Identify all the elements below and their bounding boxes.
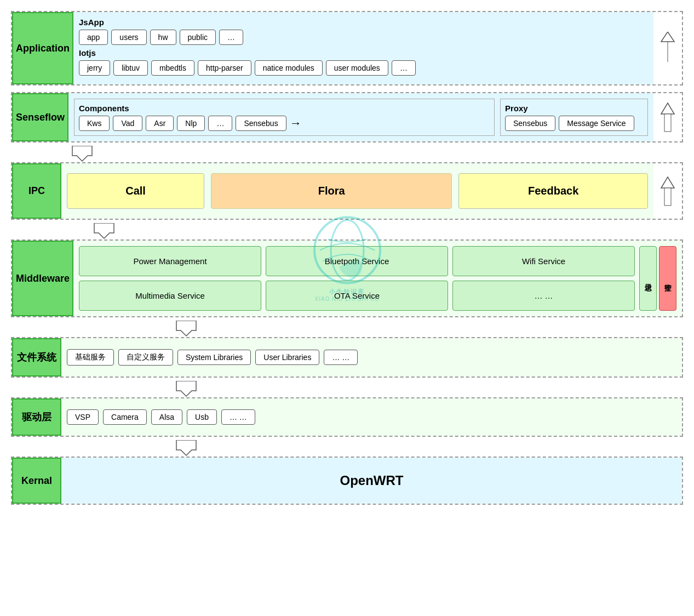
- iotjs-item-ellipsis: …: [392, 60, 416, 76]
- iotjs-section: Iotjs jerry libtuv mbedtls http-parser n…: [79, 48, 648, 76]
- senseflow-content: Components Kws Vad Asr Nlp … Sensebus → …: [68, 93, 653, 141]
- comp-sensebus: Sensebus: [236, 116, 286, 131]
- middleware-row1: Power Management Bluetpoth Service Wifi …: [79, 246, 635, 276]
- senseflow-layer: Senseflow Components Kws Vad Asr Nlp … S…: [11, 92, 683, 142]
- driver-content: VSP Camera Alsa Usb … …: [61, 398, 682, 436]
- mw-bluetooth: Bluetpoth Service: [266, 246, 448, 276]
- jsapp-item-app: app: [79, 30, 108, 45]
- comp-asr: Asr: [146, 116, 174, 131]
- middleware-layer: Middleware Power Management Bluetpoth Se…: [11, 239, 683, 317]
- iotjs-items: jerry libtuv mbedtls http-parser natice …: [79, 60, 648, 76]
- ipc-flora: Flora: [211, 173, 452, 209]
- ipc-layer: IPC Call Flora Feedback: [11, 162, 683, 220]
- openwrt-label: OpenWRT: [330, 463, 414, 498]
- iotjs-title: Iotjs: [79, 48, 648, 58]
- mw-wifi: Wifi Service: [452, 246, 635, 276]
- application-content: JsApp app users hw public … Iotjs jerry …: [73, 12, 653, 84]
- arrow-ipc-mw: [11, 223, 683, 239]
- jsapp-items: app users hw public …: [79, 30, 648, 45]
- drv-alsa: Alsa: [151, 409, 182, 425]
- jsapp-item-ellipsis: …: [219, 30, 243, 45]
- svg-marker-5: [661, 32, 674, 42]
- driver-label: 驱动层: [12, 398, 61, 436]
- mw-ellipsis: … …: [452, 281, 635, 311]
- fs-custom: 自定义服务: [118, 349, 173, 366]
- jsapp-item-public: public: [180, 30, 216, 45]
- proxy-section: Proxy Sensebus Message Service: [500, 99, 648, 136]
- middleware-label: Middleware: [12, 241, 73, 316]
- proxy-messageservice: Message Service: [559, 116, 634, 131]
- fs-ellipsis: … …: [324, 350, 358, 365]
- app-up-arrow: [653, 12, 682, 84]
- senseflow-up-arrow: [653, 93, 682, 141]
- svg-marker-9: [661, 177, 674, 188]
- ipc-content: Call Flora Feedback: [61, 163, 653, 219]
- driver-items: VSP Camera Alsa Usb … …: [67, 404, 676, 430]
- components-section: Components Kws Vad Asr Nlp … Sensebus →: [74, 99, 495, 136]
- mw-ota: OTA Service: [266, 281, 448, 311]
- ipc-up-arrow: [653, 163, 682, 219]
- comp-nlp: Nlp: [177, 116, 205, 131]
- jsapp-title: JsApp: [79, 18, 648, 27]
- ipc-boxes: Call Flora Feedback: [67, 169, 648, 213]
- middleware-row2: Multimedia Service OTA Service … …: [79, 281, 635, 311]
- svg-marker-11: [94, 223, 114, 238]
- jsapp-item-hw: hw: [150, 30, 176, 45]
- arrow-mw-fs: [11, 321, 683, 337]
- mw-guard: 守护监控: [659, 246, 676, 311]
- svg-marker-13: [176, 381, 196, 396]
- svg-marker-6: [661, 103, 674, 114]
- middleware-main: Power Management Bluetpoth Service Wifi …: [79, 246, 635, 311]
- arrow-fs-driver: [11, 381, 683, 397]
- iotjs-item-jerry: jerry: [79, 60, 110, 76]
- proxy-title: Proxy: [505, 104, 643, 113]
- arrow-sf-ipc: [11, 146, 683, 162]
- drv-vsp: VSP: [67, 409, 99, 425]
- middleware-content: Power Management Bluetpoth Service Wifi …: [73, 241, 682, 316]
- driver-layer: 驱动层 VSP Camera Alsa Usb … …: [11, 397, 683, 437]
- senseflow-label: Senseflow: [12, 93, 68, 141]
- fs-userlib: User Libraries: [255, 350, 319, 365]
- ipc-label: IPC: [12, 163, 61, 219]
- comp-ellipsis: …: [208, 116, 232, 131]
- filesys-items: 基础服务 自定义服务 System Libraries User Librari…: [67, 344, 676, 371]
- jsapp-item-users: users: [111, 30, 146, 45]
- ipc-call: Call: [67, 173, 204, 209]
- drv-camera: Camera: [103, 409, 147, 425]
- svg-rect-10: [664, 188, 671, 206]
- iotjs-item-nativemodules: natice modules: [255, 60, 323, 76]
- mw-multimedia: Multimedia Service: [79, 281, 261, 311]
- ipc-feedback: Feedback: [458, 173, 648, 209]
- middleware-side: 日志记录 守护监控: [639, 246, 676, 311]
- kernal-content: OpenWRT: [61, 458, 682, 504]
- drv-usb: Usb: [187, 409, 217, 425]
- filesys-content: 基础服务 自定义服务 System Libraries User Librari…: [61, 338, 682, 377]
- filesys-layer: 文件系统 基础服务 自定义服务 System Libraries User Li…: [11, 337, 683, 378]
- iotjs-item-httpparser: http-parser: [198, 60, 251, 76]
- middleware-inner: Power Management Bluetpoth Service Wifi …: [79, 246, 676, 311]
- iotjs-item-usermodules: user modules: [326, 60, 388, 76]
- mw-powermgmt: Power Management: [79, 246, 261, 276]
- svg-marker-14: [176, 440, 196, 455]
- proxy-sensebus: Sensebus: [505, 116, 555, 131]
- diagram-container: 小牛知识库 XIAO NIU ZHI SHI KU Application Js…: [11, 11, 683, 505]
- comp-vad: Vad: [113, 116, 142, 131]
- kernal-label: Kernal: [12, 458, 61, 504]
- jsapp-section: JsApp app users hw public …: [79, 18, 648, 45]
- comp-kws: Kws: [79, 116, 110, 131]
- svg-marker-8: [72, 146, 92, 161]
- drv-ellipsis: … …: [221, 409, 255, 425]
- components-title: Components: [79, 104, 490, 113]
- components-items: Kws Vad Asr Nlp … Sensebus →: [79, 116, 490, 131]
- fs-syslib: System Libraries: [177, 350, 251, 365]
- kernal-layer: Kernal OpenWRT: [11, 457, 683, 505]
- svg-marker-12: [176, 321, 196, 336]
- iotjs-item-libtuv: libtuv: [113, 60, 148, 76]
- application-label: Application: [12, 12, 73, 84]
- svg-rect-7: [664, 114, 671, 132]
- arrow-right-sensebus: →: [290, 116, 302, 130]
- application-layer: Application JsApp app users hw public … …: [11, 11, 683, 85]
- proxy-items: Sensebus Message Service: [505, 116, 643, 131]
- iotjs-item-mbedtls: mbedtls: [151, 60, 194, 76]
- fs-jichufw: 基础服务: [67, 349, 114, 366]
